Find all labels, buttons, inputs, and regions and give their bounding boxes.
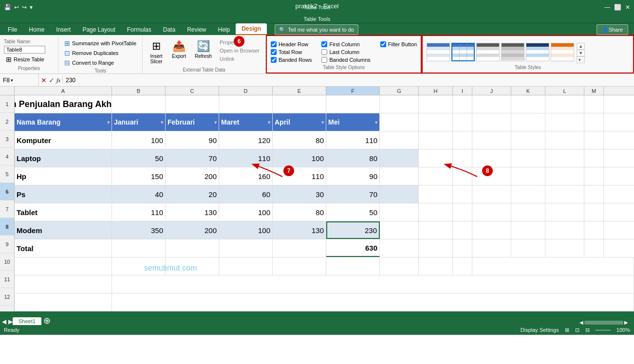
maximize-icon[interactable]: ⬜ [614,4,621,11]
cell-i6[interactable] [453,185,472,203]
cell-a3[interactable]: Komputer [15,131,112,149]
cell-l8[interactable] [545,221,584,239]
cell-k3[interactable] [511,131,545,149]
cell-b12[interactable] [112,293,634,311]
header-row-check[interactable]: Header Row [271,41,312,48]
cell-e4[interactable]: 100 [273,149,326,167]
cell-k9[interactable] [511,239,545,257]
select-all-button[interactable] [0,87,15,95]
open-in-browser-button[interactable]: Open in Browser [218,47,261,54]
cell-f10[interactable] [326,257,380,275]
tab-review[interactable]: Review [181,24,212,35]
table-style-6[interactable] [551,43,574,61]
cell-l6[interactable] [545,185,584,203]
cell-h2[interactable] [419,113,453,131]
col-header-h[interactable]: H [419,87,453,95]
cell-d6[interactable]: 60 [219,185,273,203]
cell-b6[interactable]: 40 [112,185,166,203]
zoom-slider[interactable]: ──── [596,327,611,333]
cell-k4[interactable] [511,149,545,167]
row-num-10[interactable]: 10 [0,253,14,271]
table-style-3[interactable] [476,43,500,61]
cell-m5[interactable] [584,167,604,185]
cell-e7[interactable]: 80 [273,203,326,221]
cell-l7[interactable] [545,203,584,221]
cell-c2[interactable]: Februari▾ [166,113,219,131]
cell-b9[interactable] [112,239,166,257]
table-style-5[interactable] [526,43,549,61]
minimize-icon[interactable]: — [604,4,610,11]
cell-l5[interactable] [545,167,584,185]
cell-h1[interactable] [419,95,453,113]
cell-f1[interactable] [326,95,380,113]
col-header-f[interactable]: F [326,87,380,95]
resize-table-button[interactable]: ⊞ Resize Table [4,55,46,64]
cell-a10[interactable] [15,257,112,275]
cell-a7[interactable]: Tablet [15,203,112,221]
dropdown-arrow[interactable]: ▾ [321,120,324,125]
cell-h6[interactable] [419,185,453,203]
row-num-11[interactable]: 11 [0,271,14,288]
cell-h3[interactable] [419,131,453,149]
cell-d10[interactable] [219,257,273,275]
cell-i3[interactable] [453,131,472,149]
col-header-i[interactable]: I [453,87,472,95]
sheet-next-icon[interactable]: ▶ [8,318,13,325]
total-row-check[interactable]: Total Row [271,49,312,55]
cell-f3[interactable]: 110 [326,131,380,149]
cell-b7[interactable]: 110 [112,203,166,221]
row-num-12[interactable]: 12 [0,288,14,306]
cell-c4[interactable]: 70 [166,149,219,167]
cell-g10[interactable] [380,257,419,275]
cancel-formula-icon[interactable]: ✕ [41,76,47,84]
row-num-6[interactable]: 6 [0,183,14,200]
cell-c7[interactable]: 130 [166,203,219,221]
cell-e3[interactable]: 80 [273,131,326,149]
view-normal-icon[interactable]: ⊞ [565,327,569,333]
cell-h7[interactable] [419,203,453,221]
cell-j2[interactable] [472,113,511,131]
remove-duplicates-button[interactable]: ⊡ Remove Duplicates [62,49,120,57]
cell-m2[interactable] [584,113,604,131]
cell-b1[interactable] [112,95,166,113]
cell-i9[interactable] [453,239,472,257]
convert-to-range-button[interactable]: ⊟ Convert to Range [62,58,116,67]
cell-g9[interactable] [380,239,419,257]
cell-d5[interactable]: 160 [219,167,273,185]
cell-m1[interactable] [584,95,604,113]
cell-j1[interactable] [472,95,511,113]
col-header-k[interactable]: K [511,87,545,95]
summarize-pivot-button[interactable]: ⊞ Summarize with PivotTable [62,39,138,48]
cell-reference-box[interactable]: F8 ▾ [0,74,39,86]
cell-c3[interactable]: 90 [166,131,219,149]
cell-a6[interactable]: Ps [15,185,112,203]
cell-e6[interactable]: 30 [273,185,326,203]
cell-g4[interactable] [380,149,419,167]
cell-c5[interactable]: 200 [166,167,219,185]
cell-f6[interactable]: 70 [326,185,380,203]
cell-l1[interactable] [545,95,584,113]
cell-g2[interactable] [380,113,419,131]
dropdown-arrow[interactable]: ▾ [214,120,217,125]
cell-e10[interactable] [273,257,326,275]
cell-f2[interactable]: Mei▾ [326,113,380,131]
customize-dropdown-icon[interactable]: ▾ [30,4,33,11]
last-column-check[interactable]: Last Column [321,49,370,55]
tab-design[interactable]: Design [236,23,267,35]
cell-b4[interactable]: 50 [112,149,166,167]
cell-j9[interactable] [472,239,511,257]
cell-g8[interactable] [380,221,419,239]
cell-f4[interactable]: 80 [326,149,380,167]
view-page-break-icon[interactable]: ⊟ [585,327,590,333]
cell-g1[interactable] [380,95,419,113]
cell-b5[interactable]: 150 [112,167,166,185]
tab-page-layout[interactable]: Page Layout [76,24,121,35]
scroll-more-icon[interactable]: ▾ [577,56,585,63]
cell-l2[interactable] [545,113,584,131]
table-style-2[interactable] [451,43,475,61]
cell-f7[interactable]: 50 [326,203,380,221]
cell-d8[interactable]: 100 [219,221,273,239]
row-num-2[interactable]: 2 [0,113,14,130]
row-num-5[interactable]: 5 [0,165,14,183]
cell-e5[interactable]: 110 [273,167,326,185]
